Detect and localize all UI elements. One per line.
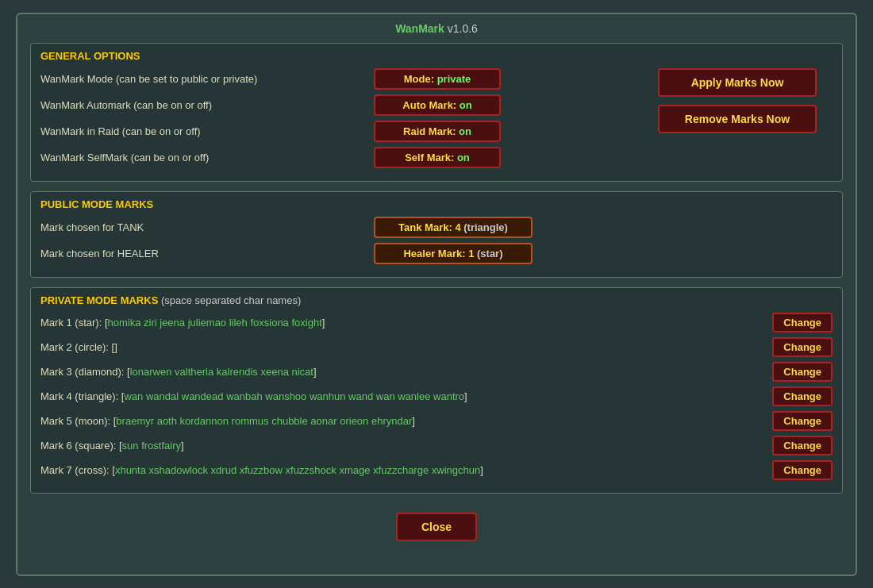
remove-marks-button[interactable]: Remove Marks Now — [658, 105, 817, 133]
change-btn-1[interactable]: Change — [772, 337, 833, 357]
change-btn-5[interactable]: Change — [772, 436, 833, 455]
general-row-label: WanMark Automark (can be on or off) — [40, 99, 374, 111]
general-toggle-btn-2[interactable]: Raid Mark: on — [374, 121, 501, 142]
private-mark-row: Mark 5 (moon): [braemyr aoth kordannon r… — [40, 411, 833, 431]
addon-name: WanMark — [395, 22, 444, 35]
public-section-title: PUBLIC MODE MARKS — [40, 198, 833, 210]
public-mark-btn-0[interactable]: Tank Mark: 4 (triangle) — [374, 217, 533, 238]
change-btn-3[interactable]: Change — [772, 386, 833, 406]
private-mark-row: Mark 3 (diamond): [lonarwen valtheria ka… — [40, 362, 833, 382]
main-window: WanMark v1.0.6 GENERAL OPTIONS WanMark M… — [16, 13, 857, 576]
general-row: WanMark Automark (can be on or off)Auto … — [40, 94, 658, 116]
addon-version: v1.0.6 — [448, 22, 478, 35]
private-mark-text: Mark 3 (diamond): [lonarwen valtheria ka… — [40, 366, 772, 378]
public-mark-row: Mark chosen for HEALERHealer Mark: 1 (st… — [40, 243, 833, 264]
general-section: GENERAL OPTIONS WanMark Mode (can be set… — [30, 43, 843, 182]
change-btn-0[interactable]: Change — [772, 313, 833, 332]
general-row-label: WanMark Mode (can be set to public or pr… — [40, 73, 374, 85]
public-mark-label: Mark chosen for TANK — [40, 221, 374, 233]
general-section-title: GENERAL OPTIONS — [40, 50, 833, 62]
general-content: WanMark Mode (can be set to public or pr… — [40, 68, 833, 173]
general-toggle-btn-1[interactable]: Auto Mark: on — [374, 94, 501, 116]
general-row: WanMark Mode (can be set to public or pr… — [40, 68, 658, 90]
private-mark-text: Mark 2 (circle): [] — [40, 341, 772, 353]
general-left: WanMark Mode (can be set to public or pr… — [40, 68, 658, 173]
private-section: PRIVATE MODE MARKS (space separated char… — [30, 287, 843, 494]
private-mark-row: Mark 6 (square): [sun frostfairy]Change — [40, 436, 833, 455]
close-button[interactable]: Close — [396, 513, 477, 541]
private-mark-row: Mark 7 (cross): [xhunta xshadowlock xdru… — [40, 460, 833, 480]
change-btn-4[interactable]: Change — [772, 411, 833, 431]
private-mark-row: Mark 2 (circle): []Change — [40, 337, 833, 357]
change-btn-6[interactable]: Change — [772, 460, 833, 480]
private-section-title: PRIVATE MODE MARKS (space separated char… — [40, 294, 833, 306]
footer-row: Close — [30, 503, 843, 541]
private-section-subtitle: (space separated char names) — [161, 294, 301, 306]
public-mark-row: Mark chosen for TANKTank Mark: 4 (triang… — [40, 217, 833, 238]
apply-marks-button[interactable]: Apply Marks Now — [658, 68, 817, 97]
title-bar: WanMark v1.0.6 — [30, 22, 843, 35]
public-mark-btn-1[interactable]: Healer Mark: 1 (star) — [374, 243, 533, 264]
private-mark-text: Mark 4 (triangle): [wan wandal wandead w… — [40, 390, 772, 402]
general-row: WanMark in Raid (can be on or off)Raid M… — [40, 121, 658, 142]
general-toggle-btn-3[interactable]: Self Mark: on — [374, 147, 501, 168]
change-btn-2[interactable]: Change — [772, 362, 833, 382]
public-section: PUBLIC MODE MARKS Mark chosen for TANKTa… — [30, 191, 843, 278]
private-mark-text: Mark 5 (moon): [braemyr aoth kordannon r… — [40, 415, 772, 427]
general-row: WanMark SelfMark (can be on or off)Self … — [40, 147, 658, 168]
private-mark-text: Mark 7 (cross): [xhunta xshadowlock xdru… — [40, 464, 772, 476]
public-mark-label: Mark chosen for HEALER — [40, 248, 374, 259]
general-row-label: WanMark in Raid (can be on or off) — [40, 125, 374, 137]
general-toggle-btn-0[interactable]: Mode: private — [374, 68, 501, 90]
private-mark-text: Mark 6 (square): [sun frostfairy] — [40, 440, 772, 452]
general-right: Apply Marks Now Remove Marks Now — [658, 68, 833, 173]
private-mark-text: Mark 1 (star): [homika ziri jeena juliem… — [40, 317, 772, 329]
private-mark-row: Mark 4 (triangle): [wan wandal wandead w… — [40, 386, 833, 406]
private-mark-row: Mark 1 (star): [homika ziri jeena juliem… — [40, 313, 833, 332]
general-row-label: WanMark SelfMark (can be on or off) — [40, 152, 374, 163]
